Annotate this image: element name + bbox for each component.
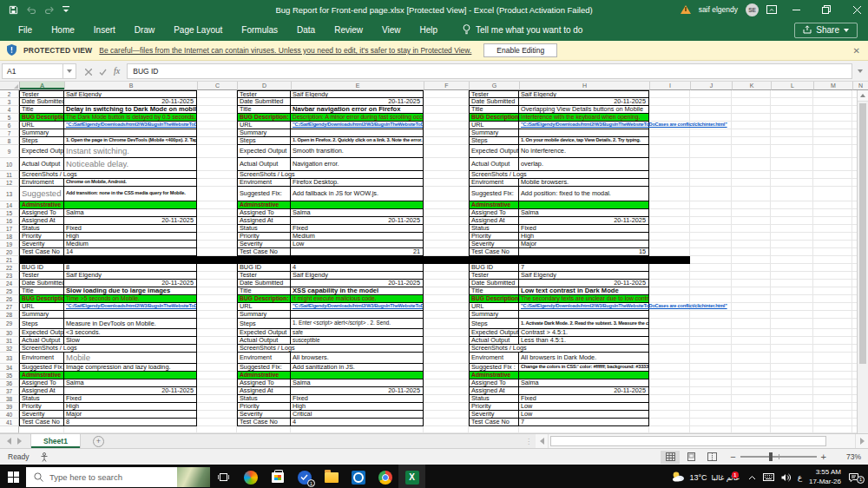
ribbon-tab-formulas[interactable]: Formulas bbox=[232, 22, 287, 38]
cell-J13[interactable] bbox=[690, 187, 732, 201]
task-view-button[interactable] bbox=[210, 465, 237, 488]
cell-F18[interactable] bbox=[424, 233, 469, 241]
activation-warning-icon[interactable] bbox=[681, 5, 691, 14]
cell-C30[interactable] bbox=[197, 329, 237, 337]
cell-F4[interactable] bbox=[424, 106, 469, 114]
cell-M9[interactable] bbox=[813, 145, 852, 158]
cell-D36[interactable]: Assigned To bbox=[237, 379, 291, 387]
vertical-scroll-thumb[interactable] bbox=[859, 103, 866, 364]
column-header-I[interactable]: I bbox=[650, 82, 691, 90]
cell-A5[interactable]: BUG Description : bbox=[19, 114, 64, 122]
cell-M10[interactable] bbox=[813, 158, 852, 171]
cell-E32[interactable] bbox=[291, 345, 424, 353]
cell-D28[interactable]: Summary bbox=[237, 311, 291, 319]
cell-G24[interactable]: Date Submitted bbox=[469, 280, 519, 287]
cell-H25[interactable]: Low text contrast in Dark Mode bbox=[519, 287, 649, 295]
row-header-35[interactable]: 35 bbox=[0, 372, 19, 379]
ribbon-tab-view[interactable]: View bbox=[372, 22, 411, 38]
name-box-dropdown-icon[interactable] bbox=[63, 63, 76, 79]
cell-B2[interactable]: Saif Elgendy bbox=[64, 90, 197, 98]
cell-C34[interactable] bbox=[197, 364, 237, 372]
row-header-33[interactable]: 33 bbox=[0, 353, 19, 364]
cell-M39[interactable] bbox=[813, 403, 852, 411]
cell-J41[interactable] bbox=[690, 419, 732, 426]
cell-J17[interactable] bbox=[690, 225, 732, 233]
cell-M21[interactable] bbox=[813, 256, 852, 264]
cell-E6[interactable]: "C:/SaifElgendy/Downloads/html2/W3/BugsI… bbox=[291, 122, 424, 129]
customize-qat-icon[interactable] bbox=[62, 6, 69, 13]
row-header-24[interactable]: 24 bbox=[0, 280, 19, 287]
cell-K19[interactable] bbox=[732, 241, 771, 248]
cell-G13[interactable]: Suggested Fix: bbox=[469, 187, 519, 201]
cell-K13[interactable] bbox=[732, 187, 771, 201]
cell-E26[interactable]: It might execute malicious code. bbox=[291, 295, 424, 303]
cell-A16[interactable]: Assigned At bbox=[19, 217, 64, 225]
cell-J25[interactable] bbox=[690, 287, 732, 295]
cell-B29[interactable]: Measure in DevTools on Mobile. bbox=[64, 319, 197, 329]
cell-F17[interactable] bbox=[424, 225, 469, 233]
cell-C23[interactable] bbox=[197, 272, 237, 280]
cell-E8[interactable]: 1. Open in Firefox. 2. Quickly click on … bbox=[291, 137, 424, 145]
row-header-11[interactable]: 11 bbox=[0, 171, 19, 179]
cell-C32[interactable] bbox=[197, 345, 237, 353]
cell-J30[interactable] bbox=[690, 329, 732, 337]
redo-icon[interactable] bbox=[44, 5, 55, 14]
cell-K31[interactable] bbox=[732, 337, 771, 345]
cell-K21[interactable] bbox=[732, 256, 771, 264]
cell-L15[interactable] bbox=[771, 209, 813, 217]
cell-H40[interactable]: Low bbox=[519, 411, 649, 419]
cell-A11[interactable]: ScreenShots / Logs bbox=[19, 171, 64, 179]
cell-M25[interactable] bbox=[813, 287, 852, 295]
insert-function-icon[interactable]: fx bbox=[114, 66, 120, 76]
column-header-E[interactable]: E bbox=[292, 82, 424, 90]
start-button[interactable] bbox=[0, 465, 26, 488]
taskbar-search[interactable]: Type here to search bbox=[26, 467, 210, 487]
cell-M4[interactable] bbox=[813, 106, 852, 114]
cell-G25[interactable]: Title bbox=[469, 287, 519, 295]
cell-L5[interactable] bbox=[771, 114, 813, 122]
cell-B36[interactable]: Salma bbox=[64, 379, 197, 387]
cell-J39[interactable] bbox=[690, 403, 732, 411]
cell-L2[interactable] bbox=[771, 90, 813, 98]
cell-G30[interactable]: Expected Output bbox=[469, 329, 519, 337]
row-header-13[interactable]: 13 bbox=[0, 187, 19, 201]
cell-C10[interactable] bbox=[197, 158, 237, 171]
cell-I42[interactable] bbox=[649, 426, 690, 433]
cell-L10[interactable] bbox=[771, 158, 813, 171]
cell-F6[interactable] bbox=[424, 122, 469, 129]
cell-L12[interactable] bbox=[771, 179, 813, 187]
cell-G40[interactable]: Severity bbox=[469, 411, 519, 419]
cell-A25[interactable]: Title bbox=[19, 287, 64, 295]
excel-taskbar-button[interactable]: X bbox=[398, 465, 425, 488]
cell-D5[interactable]: BUG Description: bbox=[237, 114, 291, 122]
row-header-3[interactable]: 3 bbox=[0, 98, 19, 106]
cell-I5[interactable] bbox=[649, 114, 690, 122]
ribbon-tab-page-layout[interactable]: Page Layout bbox=[164, 22, 232, 38]
cell-F20[interactable] bbox=[424, 248, 469, 256]
cell-F27[interactable] bbox=[424, 303, 469, 311]
cell-F14[interactable] bbox=[424, 201, 469, 209]
cell-F5[interactable] bbox=[424, 114, 469, 122]
column-header-L[interactable]: L bbox=[772, 82, 814, 90]
cell-I13[interactable] bbox=[649, 187, 690, 201]
row-header-12[interactable]: 12 bbox=[0, 179, 19, 187]
cell-I37[interactable] bbox=[649, 387, 690, 395]
cell-A18[interactable]: Priority bbox=[19, 233, 64, 241]
cell-C15[interactable] bbox=[197, 209, 237, 217]
cell-C12[interactable] bbox=[197, 179, 237, 187]
name-box[interactable]: A1 bbox=[2, 63, 63, 79]
cell-J23[interactable] bbox=[690, 272, 732, 280]
cell-L7[interactable] bbox=[771, 129, 813, 137]
cell-J22[interactable] bbox=[690, 264, 732, 272]
cell-G29[interactable]: Steps bbox=[469, 319, 519, 329]
cell-J2[interactable] bbox=[690, 90, 732, 98]
cell-B24[interactable]: 20-11-2025 bbox=[64, 280, 197, 287]
cell-H32[interactable] bbox=[519, 345, 649, 353]
scrollbar-resize-handle[interactable]: ⋮ bbox=[525, 438, 532, 445]
cell-D6[interactable]: URL bbox=[237, 122, 291, 129]
cell-G38[interactable]: Status bbox=[469, 395, 519, 403]
cell-G26[interactable]: BUG Description: bbox=[469, 295, 519, 303]
cell-A7[interactable]: Summary bbox=[19, 129, 64, 137]
cell-F2[interactable] bbox=[424, 90, 469, 98]
cell-C29[interactable] bbox=[197, 319, 237, 329]
